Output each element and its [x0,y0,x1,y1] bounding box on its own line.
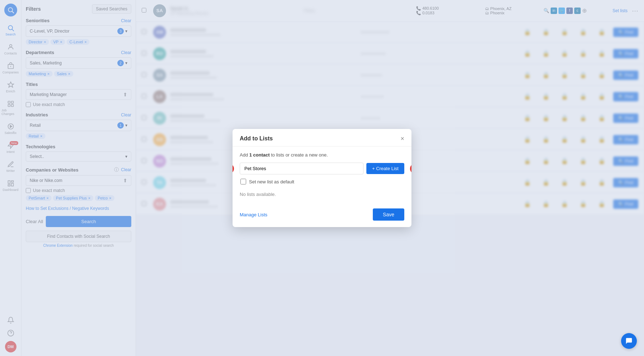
modal-header: Add to Lists × [233,129,411,146]
default-checkbox[interactable] [240,179,246,184]
step-2-badge: 2 [410,164,411,174]
modal-body: Add 1 contact to lists or create a new o… [233,146,411,204]
save-button[interactable]: Save [373,208,404,221]
manage-lists-link[interactable]: Manage Lists [240,212,267,217]
step-1-badge: 1 [233,164,234,174]
list-search-input[interactable] [240,163,364,174]
no-lists-message: No lists available. [240,189,404,198]
create-list-button[interactable]: + Create List [366,163,404,174]
modal-close-button[interactable]: × [400,135,404,142]
modal-footer: Manage Lists Save [233,204,411,227]
chat-bubble[interactable] [621,333,637,349]
modal-subtitle: Add 1 contact to lists or create a new o… [240,152,404,158]
default-checkbox-label: Set new list as default [249,179,294,184]
modal-title: Add to Lists [240,135,273,142]
list-search-row: 1 2 + Create List [240,163,404,174]
modal-overlay: Add to Lists × Add 1 contact to lists or… [0,0,644,356]
default-checkbox-row: Set new list as default [240,179,404,184]
add-to-lists-modal: Add to Lists × Add 1 contact to lists or… [233,129,411,227]
